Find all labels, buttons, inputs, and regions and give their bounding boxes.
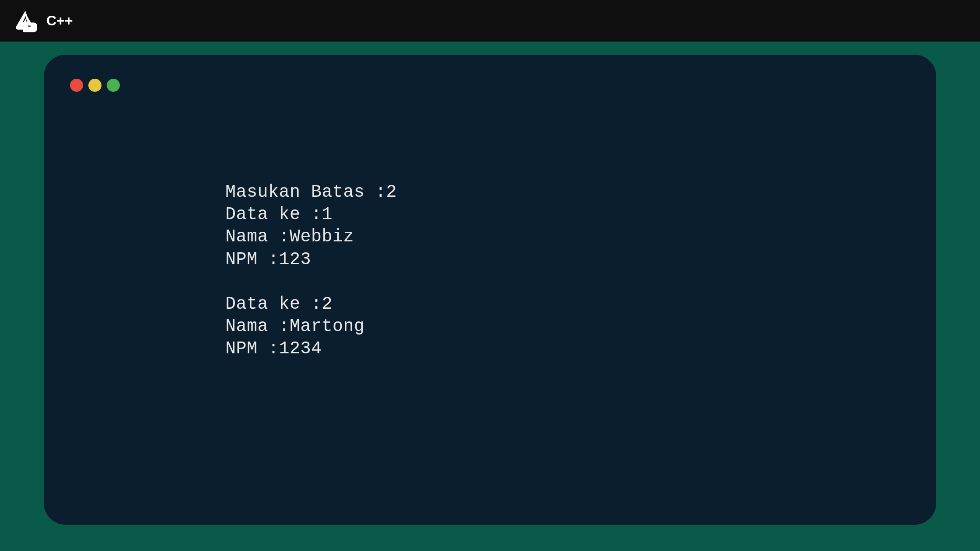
logo-icon bbox=[13, 8, 38, 34]
app-header: C++ bbox=[0, 0, 980, 42]
terminal-line: Nama :Webbiz bbox=[225, 227, 354, 247]
terminal-line: Masukan Batas :2 bbox=[225, 182, 397, 202]
terminal-line: Data ke :1 bbox=[225, 205, 332, 224]
page-background: Masukan Batas :2 Data ke :1 Nama :Webbiz… bbox=[0, 42, 980, 551]
minimize-button[interactable] bbox=[88, 79, 102, 92]
terminal-window: Masukan Batas :2 Data ke :1 Nama :Webbiz… bbox=[44, 55, 936, 525]
maximize-button[interactable] bbox=[107, 79, 120, 92]
terminal-line: Nama :Martong bbox=[225, 317, 365, 336]
terminal-line: Data ke :2 bbox=[225, 294, 332, 314]
header-title: C++ bbox=[46, 13, 73, 29]
terminal-line: NPM :123 bbox=[225, 250, 311, 269]
window-controls bbox=[70, 79, 910, 113]
terminal-output: Masukan Batas :2 Data ke :1 Nama :Webbiz… bbox=[70, 181, 910, 360]
close-button[interactable] bbox=[70, 79, 83, 92]
terminal-line: NPM :1234 bbox=[225, 339, 322, 359]
